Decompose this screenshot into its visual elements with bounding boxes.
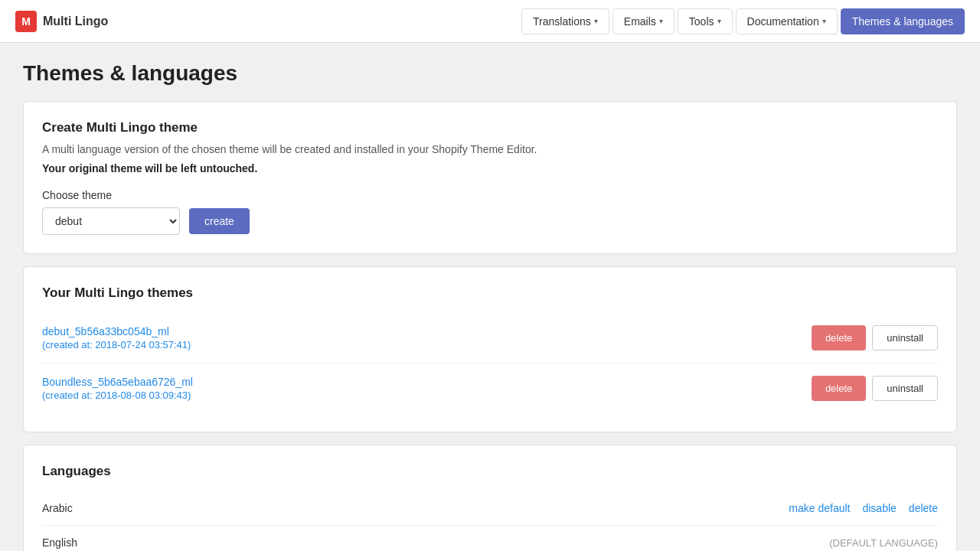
nav-documentation[interactable]: Documentation ▾: [736, 8, 838, 34]
create-theme-desc2: Your original theme will be left untouch…: [42, 161, 938, 177]
theme-name-2[interactable]: Boundless_5b6a5ebaa6726_ml: [42, 376, 193, 388]
uninstall-button-2[interactable]: uninstall: [872, 376, 938, 401]
logo-area: M Multi Lingo: [15, 11, 108, 32]
nav-translations-label: Translations: [533, 15, 591, 28]
theme-info-1: debut_5b56a33bc054b_ml (created at: 2018…: [42, 325, 812, 350]
chevron-down-icon: ▾: [822, 17, 826, 25]
create-theme-card: Create Multi Lingo theme A multi languag…: [23, 101, 957, 254]
default-language-badge: (DEFAULT LANGUAGE): [829, 537, 938, 549]
chevron-down-icon: ▾: [659, 17, 663, 25]
nav-emails-label: Emails: [624, 15, 656, 28]
theme-info-2: Boundless_5b6a5ebaa6726_ml (created at: …: [42, 376, 812, 401]
logo-letter: M: [21, 15, 31, 28]
nav-themes-languages[interactable]: Themes & languages: [841, 8, 965, 34]
theme-actions-1: delete uninstall: [812, 325, 938, 350]
nav-translations[interactable]: Translations ▾: [521, 8, 609, 34]
nav-tools[interactable]: Tools ▾: [678, 8, 733, 34]
logo-icon: M: [15, 11, 37, 32]
nav-emails[interactable]: Emails ▾: [612, 8, 675, 34]
language-item-arabic: Arabic make default disable delete: [42, 491, 938, 526]
app-name: Multi Lingo: [43, 15, 108, 28]
create-theme-desc1: A multi language version of the chosen t…: [42, 142, 938, 158]
chevron-down-icon: ▾: [717, 17, 721, 25]
languages-section-title: Languages: [42, 464, 938, 479]
uninstall-button-1[interactable]: uninstall: [872, 325, 938, 350]
delete-button-2[interactable]: delete: [812, 376, 866, 401]
language-item-english: English (DEFAULT LANGUAGE): [42, 526, 938, 551]
themes-section-title: Your Multi Lingo themes: [42, 285, 938, 301]
theme-select[interactable]: debut Boundless Supply: [42, 207, 180, 235]
theme-date-1: (created at: 2018-07-24 03:57:41): [42, 339, 812, 350]
lang-actions-english: (DEFAULT LANGUAGE): [829, 537, 938, 549]
create-button[interactable]: create: [189, 208, 250, 234]
nav-tools-label: Tools: [689, 15, 714, 28]
theme-item: debut_5b56a33bc054b_ml (created at: 2018…: [42, 313, 938, 364]
create-theme-title: Create Multi Lingo theme: [42, 120, 938, 135]
delete-button-1[interactable]: delete: [812, 325, 866, 350]
main-nav: Translations ▾ Emails ▾ Tools ▾ Document…: [521, 8, 965, 34]
theme-name-1[interactable]: debut_5b56a33bc054b_ml: [42, 325, 169, 337]
chevron-down-icon: ▾: [594, 17, 598, 25]
make-default-link-arabic[interactable]: make default: [789, 502, 850, 514]
create-theme-row: debut Boundless Supply create: [42, 207, 938, 235]
language-name-english: English: [42, 536, 829, 549]
theme-actions-2: delete uninstall: [812, 376, 938, 401]
main-content: Themes & languages Create Multi Lingo th…: [0, 43, 980, 551]
choose-theme-label: Choose theme: [42, 189, 938, 201]
themes-card: Your Multi Lingo themes debut_5b56a33bc0…: [23, 266, 957, 432]
theme-item: Boundless_5b6a5ebaa6726_ml (created at: …: [42, 364, 938, 413]
nav-themes-languages-label: Themes & languages: [852, 15, 953, 28]
page-title: Themes & languages: [23, 61, 957, 86]
disable-link-arabic[interactable]: disable: [862, 502, 896, 514]
theme-date-2: (created at: 2018-08-08 03:09:43): [42, 390, 812, 401]
delete-link-arabic[interactable]: delete: [909, 502, 938, 514]
language-name-arabic: Arabic: [42, 502, 789, 514]
lang-actions-arabic: make default disable delete: [789, 502, 938, 514]
languages-card: Languages Arabic make default disable de…: [23, 445, 957, 551]
nav-documentation-label: Documentation: [747, 15, 819, 28]
header: M Multi Lingo Translations ▾ Emails ▾ To…: [0, 0, 980, 43]
